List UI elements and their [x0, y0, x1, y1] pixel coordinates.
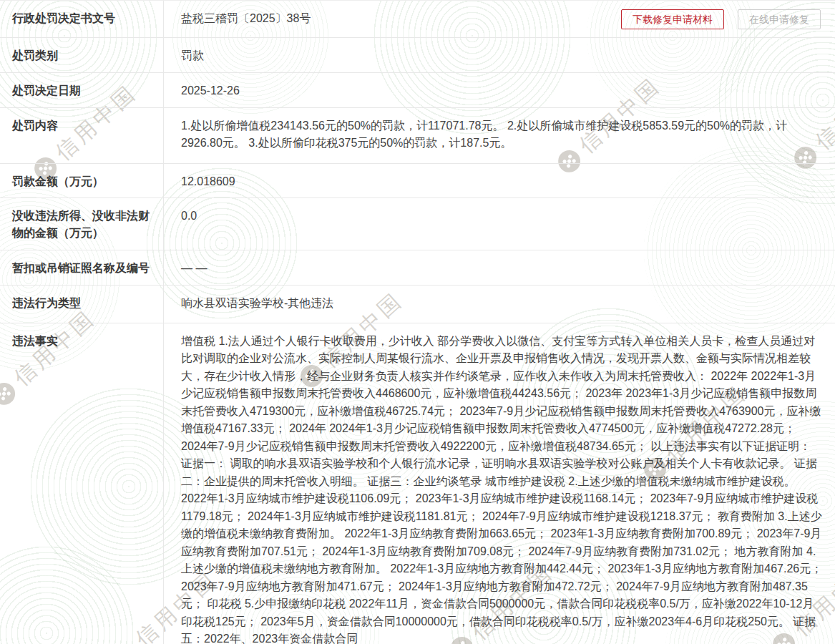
row-label: 处罚决定日期 [0, 73, 164, 107]
table-row-confiscation-amount: 没收违法所得、没收非法财物的金额（万元） 0.0 [0, 198, 835, 250]
row-label: 违法行为类型 [0, 286, 164, 323]
action-button-group: 下载修复申请材料 在线申请修复 [621, 9, 821, 29]
row-label: 处罚类别 [0, 38, 164, 72]
table-row-fine-amount: 罚款金额（万元） 12.018609 [0, 164, 835, 199]
table-row-decision-date: 处罚决定日期 2025-12-26 [0, 73, 835, 108]
table-row-license-suspension: 暂扣或吊销证照名称及编号 — — [0, 250, 835, 286]
table-row-violation-facts: 违法事实 增值税 1.法人通过个人银行卡收取费用，少计收入 部分学费收入以微信、… [0, 323, 835, 644]
row-value: 罚款 [164, 38, 835, 72]
row-label: 处罚内容 [0, 108, 164, 163]
row-value: 增值税 1.法人通过个人银行卡收取费用，少计收入 部分学费收入以微信、支付宝等方… [164, 323, 835, 644]
row-value: 1.处以所偷增值税234143.56元的50%的罚款，计117071.78元。 … [164, 108, 835, 163]
table-row-violation-type: 违法行为类型 响水县双语实验学校-其他违法 [0, 286, 835, 323]
row-value: 0.0 [164, 198, 835, 250]
row-value: 2025-12-26 [164, 73, 835, 107]
table-row-penalty-category: 处罚类别 罚款 [0, 38, 835, 73]
table-row-penalty-content: 处罚内容 1.处以所偷增值税234143.56元的50%的罚款，计117071.… [0, 108, 835, 164]
penalty-record-table: 行政处罚决定书文号 盐税三稽罚〔2025〕38号 下载修复申请材料 在线申请修复… [0, 0, 835, 644]
table-row-doc-number: 行政处罚决定书文号 盐税三稽罚〔2025〕38号 下载修复申请材料 在线申请修复 [0, 1, 835, 38]
download-repair-materials-button[interactable]: 下载修复申请材料 [621, 9, 724, 29]
row-label: 行政处罚决定书文号 [0, 1, 164, 37]
row-value: 12.018609 [164, 164, 835, 198]
row-value: — — [164, 250, 835, 285]
doc-number-value: 盐税三稽罚〔2025〕38号 [181, 10, 311, 28]
row-label: 没收违法所得、没收非法财物的金额（万元） [0, 198, 164, 250]
row-value-container: 盐税三稽罚〔2025〕38号 下载修复申请材料 在线申请修复 [164, 1, 835, 37]
online-repair-apply-button[interactable]: 在线申请修复 [738, 9, 821, 29]
row-value: 响水县双语实验学校-其他违法 [164, 286, 835, 323]
row-label: 违法事实 [0, 323, 164, 644]
row-label: 罚款金额（万元） [0, 164, 164, 198]
row-label: 暂扣或吊销证照名称及编号 [0, 250, 164, 285]
